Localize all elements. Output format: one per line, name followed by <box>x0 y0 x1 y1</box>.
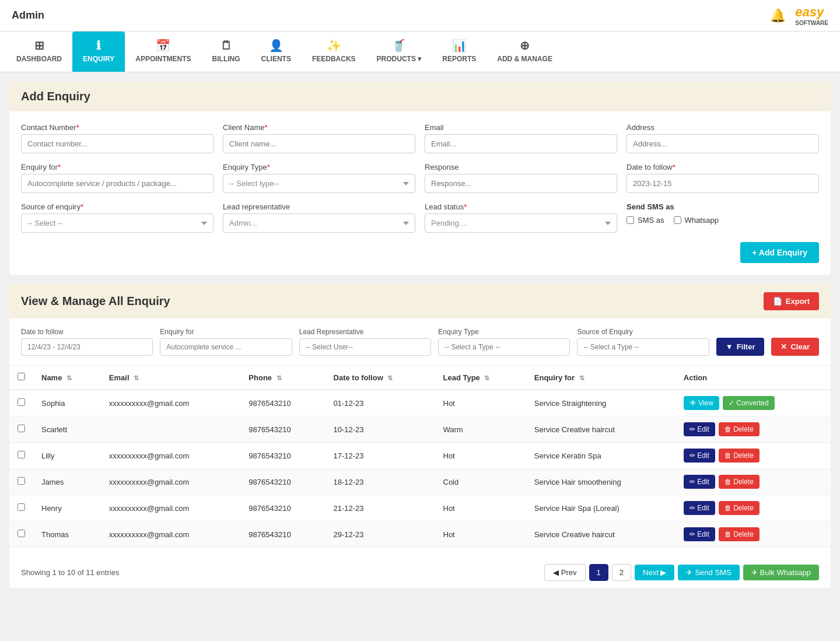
delete-button[interactable]: 🗑 Delete <box>719 475 760 489</box>
row-action: ✏ Edit 🗑 Delete <box>676 443 831 469</box>
prev-button[interactable]: ◀ Prev <box>544 564 585 581</box>
add-enquiry-button[interactable]: + Add Enquiry <box>740 242 819 263</box>
date-to-follow-label: Date to follow* <box>626 163 819 171</box>
row-checkbox[interactable] <box>18 425 25 432</box>
response-input[interactable] <box>425 174 617 193</box>
nav-reports[interactable]: 📊 REPORTS <box>432 31 487 72</box>
row-date: 18-12-23 <box>326 469 435 495</box>
add-enquiry-row: + Add Enquiry <box>21 242 819 263</box>
enquiry-icon: ℹ <box>96 38 101 52</box>
action-btns: ✏ Edit 🗑 Delete <box>684 449 822 463</box>
filter-enquiry-type-input[interactable] <box>438 338 570 356</box>
clear-icon: ✕ <box>780 342 787 351</box>
row-enquiry-for: Service Straightening <box>526 390 676 416</box>
nav-feedbacks[interactable]: ✨ FEEDBACKS <box>302 31 366 72</box>
whatsapp-input[interactable] <box>674 216 681 224</box>
row-checkbox[interactable] <box>18 477 25 485</box>
logo: easy SOFTWARE <box>795 5 828 26</box>
contact-number-group: Contact Number* <box>21 123 214 153</box>
edit-button[interactable]: ✏ Edit <box>684 449 715 463</box>
row-email: xxxxxxxxxx@gmail.com <box>101 495 240 521</box>
source-enquiry-group: Source of enquiry* -- Select -- <box>21 202 214 233</box>
enquiry-table-container: Name ⇅ Email ⇅ Phone ⇅ Date to follow ⇅ … <box>9 366 831 557</box>
filter-button[interactable]: ▼ Filter <box>716 338 765 356</box>
export-button[interactable]: 📄 Export <box>764 292 819 310</box>
table-row: James xxxxxxxxxx@gmail.com 9876543210 18… <box>9 469 831 495</box>
lead-status-select[interactable]: Pending.... <box>425 213 617 233</box>
lead-rep-select[interactable]: Admin... <box>223 213 415 233</box>
nav-add-manage[interactable]: ⊕ ADD & MANAGE <box>487 31 563 72</box>
manage-title: View & Manage All Enquiry <box>21 295 170 308</box>
notification-icon[interactable]: 🔔 <box>770 8 786 23</box>
products-icon: 🥤 <box>391 38 406 52</box>
filter-date-input[interactable] <box>21 338 153 356</box>
row-action: ✏ Edit 🗑 Delete <box>676 469 831 495</box>
lead-status-label: Lead status* <box>425 202 617 211</box>
sms-as-input[interactable] <box>626 216 634 224</box>
nav-clients[interactable]: 👤 CLIENTS <box>251 31 302 72</box>
next-label: Next ▶ <box>643 568 666 577</box>
row-checkbox[interactable] <box>18 398 25 406</box>
nav-enquiry[interactable]: ℹ ENQUIRY <box>72 31 125 72</box>
bulk-whatsapp-button[interactable]: ✈ Bulk Whatsapp <box>743 565 819 580</box>
clear-filter-button[interactable]: ✕ Clear <box>771 338 819 356</box>
delete-button[interactable]: 🗑 Delete <box>719 527 760 541</box>
main-content: Add Enquiry Contact Number* Client Name* <box>0 72 840 641</box>
filter-enquiry-for-label: Enquiry for <box>160 328 292 336</box>
next-button[interactable]: Next ▶ <box>635 565 674 580</box>
row-action: ✏ Edit 🗑 Delete <box>676 495 831 521</box>
nav-products[interactable]: 🥤 PRODUCTS ▾ <box>366 31 432 72</box>
sms-as-checkbox[interactable]: SMS as <box>626 216 664 225</box>
send-sms-icon: ✈ <box>686 568 692 577</box>
source-enquiry-select[interactable]: -- Select -- <box>21 213 214 233</box>
row-checkbox[interactable] <box>18 530 25 537</box>
action-btns: ✏ Edit 🗑 Delete <box>684 527 822 541</box>
select-all-checkbox[interactable] <box>18 373 25 380</box>
view-button[interactable]: 👁 View <box>684 396 719 410</box>
edit-button[interactable]: ✏ Edit <box>684 422 715 436</box>
row-enquiry-for: Service Hair Spa (Loreal) <box>526 495 676 521</box>
page-1-button[interactable]: 1 <box>589 564 608 581</box>
edit-button[interactable]: ✏ Edit <box>684 527 715 541</box>
row-lead-type: Hot <box>435 495 526 521</box>
page-2-button[interactable]: 2 <box>612 564 631 581</box>
enquiry-for-input[interactable] <box>21 174 214 193</box>
manage-enquiry-card: View & Manage All Enquiry 📄 Export Date … <box>9 284 831 588</box>
nav-dashboard[interactable]: ⊞ DASHBOARD <box>6 31 72 72</box>
filter-lead-rep-input[interactable] <box>299 338 431 356</box>
enquiry-type-group: Enquiry Type* -- Select type-- <box>223 163 415 193</box>
whatsapp-checkbox[interactable]: Whatsapp <box>674 216 719 225</box>
delete-button[interactable]: 🗑 Delete <box>719 422 760 436</box>
filter-source-input[interactable] <box>577 338 709 356</box>
row-checkbox[interactable] <box>18 451 25 458</box>
prev-label: ◀ Prev <box>553 568 576 577</box>
edit-button[interactable]: ✏ Edit <box>684 475 715 489</box>
add-manage-icon: ⊕ <box>520 38 530 52</box>
edit-button[interactable]: ✏ Edit <box>684 501 715 515</box>
table-row: Henry xxxxxxxxxx@gmail.com 9876543210 21… <box>9 495 831 521</box>
nav-appointments[interactable]: 📅 APPOINTMENTS <box>125 31 201 72</box>
send-sms-button[interactable]: ✈ Send SMS <box>678 565 739 580</box>
nav-billing[interactable]: 🗒 BILLING <box>202 32 251 72</box>
filter-date-group: Date to follow <box>21 328 153 356</box>
row-phone: 9876543210 <box>240 469 325 495</box>
contact-number-input[interactable] <box>21 134 214 153</box>
delete-button[interactable]: 🗑 Delete <box>719 501 760 515</box>
address-input[interactable] <box>626 134 819 153</box>
admin-title: Admin <box>12 9 44 22</box>
client-name-input[interactable] <box>223 134 415 153</box>
enquiry-type-select[interactable]: -- Select type-- <box>223 174 415 193</box>
filter-date-label: Date to follow <box>21 328 153 336</box>
delete-button[interactable]: 🗑 Delete <box>719 449 760 463</box>
date-to-follow-input[interactable] <box>626 174 819 193</box>
enquiry-table: Name ⇅ Email ⇅ Phone ⇅ Date to follow ⇅ … <box>9 366 831 548</box>
row-email: xxxxxxxxxx@gmail.com <box>101 469 240 495</box>
row-date: 01-12-23 <box>326 390 435 416</box>
reports-icon: 📊 <box>452 38 467 52</box>
filter-enquiry-for-input[interactable] <box>160 338 292 356</box>
row-checkbox[interactable] <box>18 503 25 511</box>
send-sms-label: Send SMS as <box>626 202 819 211</box>
email-input[interactable] <box>425 134 617 153</box>
converted-button[interactable]: ✓ Converted <box>723 396 775 410</box>
nav-add-manage-label: ADD & MANAGE <box>497 55 552 63</box>
